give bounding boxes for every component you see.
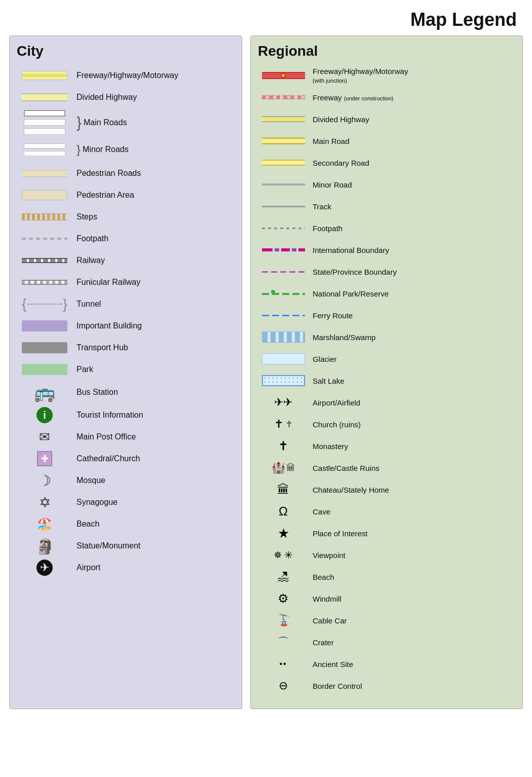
list-item: ⚙ Windmill bbox=[258, 589, 515, 608]
reg-marsh-label: Marshland/Swamp bbox=[309, 333, 515, 342]
reg-ferry-label: Ferry Route bbox=[309, 311, 515, 320]
list-item: 🚌 Bus Station bbox=[17, 382, 235, 402]
list-item: Footpath bbox=[17, 230, 235, 248]
reg-glacier-icon bbox=[258, 353, 309, 364]
list-item: 🗿 Statue/Monument bbox=[17, 537, 235, 555]
funicular-icon bbox=[17, 280, 72, 285]
reg-windmill-label: Windmill bbox=[309, 595, 515, 603]
list-item: National Park/Reserve bbox=[258, 284, 515, 303]
reg-minor-label: Minor Road bbox=[309, 180, 515, 189]
reg-freeway-label: Freeway/Highway/Motorway(with junction) bbox=[309, 67, 515, 84]
list-item: }Minor Roads bbox=[17, 138, 235, 161]
reg-church-label: Church (ruins) bbox=[309, 420, 515, 429]
synagogue-icon: ✡ bbox=[17, 494, 72, 511]
list-item: State/Province Boundary bbox=[258, 263, 515, 281]
statue-label: Statue/Monument bbox=[72, 541, 235, 550]
freeway-icon bbox=[17, 71, 72, 80]
reg-castle-label: Castle/Castle Ruins bbox=[309, 464, 515, 472]
list-item: ✵✳ Viewpoint bbox=[258, 546, 515, 564]
regional-title: Regional bbox=[258, 43, 515, 59]
reg-crater-label: Crater bbox=[309, 638, 515, 647]
list-item: Tunnel bbox=[17, 295, 235, 313]
list-item: Freeway (under construction) bbox=[258, 88, 515, 106]
list-item: Park bbox=[17, 360, 235, 379]
list-item: ⊖ Border Control bbox=[258, 677, 515, 695]
list-item: Salt Lake bbox=[258, 372, 515, 390]
reg-main-road-icon bbox=[258, 137, 309, 144]
list-item: Pedestrian Area bbox=[17, 186, 235, 204]
airport-icon: ✈ bbox=[17, 560, 72, 576]
reg-marsh-icon bbox=[258, 331, 309, 343]
reg-intl-icon bbox=[258, 248, 309, 251]
list-item: Divided Highway bbox=[258, 110, 515, 128]
post-office-label: Main Post Office bbox=[72, 432, 235, 441]
reg-natl-icon bbox=[258, 289, 309, 298]
freeway-label: Freeway/Highway/Motorway bbox=[72, 71, 235, 80]
list-item: ✈ Airport bbox=[17, 559, 235, 577]
regional-column: Regional Freeway/Highway/Motorway(with j… bbox=[250, 35, 523, 709]
list-item: 🏖️ Beach bbox=[17, 515, 235, 533]
reg-cave-icon: Ω bbox=[258, 504, 309, 519]
reg-viewpoint-label: Viewpoint bbox=[309, 551, 515, 560]
post-office-icon: ✉ bbox=[17, 429, 72, 445]
transport-hub-label: Transport Hub bbox=[72, 343, 235, 352]
tunnel-icon bbox=[17, 299, 72, 310]
reg-glacier-label: Glacier bbox=[309, 355, 515, 363]
reg-state-icon bbox=[258, 271, 309, 273]
list-item: 🏰🏛 Castle/Castle Ruins bbox=[258, 459, 515, 477]
reg-border-label: Border Control bbox=[309, 682, 515, 690]
footpath-icon bbox=[17, 238, 72, 240]
reg-monastery-icon: ✝ bbox=[258, 439, 309, 453]
reg-ferry-icon bbox=[258, 315, 309, 316]
reg-crater-icon: ⌒ bbox=[258, 635, 309, 650]
list-item: ✡ Synagogue bbox=[17, 493, 235, 511]
list-item: ✚ Cathedral/Church bbox=[17, 450, 235, 468]
reg-secondary-label: Secondary Road bbox=[309, 159, 515, 167]
reg-ancient-icon: •• bbox=[258, 659, 309, 669]
list-item: }Main Roads bbox=[17, 110, 235, 135]
reg-track-label: Track bbox=[309, 202, 515, 211]
reg-ancient-label: Ancient Site bbox=[309, 660, 515, 669]
reg-natl-label: National Park/Reserve bbox=[309, 289, 515, 298]
funicular-label: Funicular Railway bbox=[72, 278, 235, 287]
list-item: Freeway/Highway/Motorway bbox=[17, 66, 235, 85]
reg-church-icon: ✝✝ bbox=[258, 418, 309, 431]
reg-poi-icon: ★ bbox=[258, 526, 309, 541]
list-item: ✉ Main Post Office bbox=[17, 428, 235, 446]
city-title: City bbox=[17, 43, 235, 59]
city-column: City Freeway/Highway/Motorway Divided Hi… bbox=[9, 35, 242, 709]
columns-wrapper: City Freeway/Highway/Motorway Divided Hi… bbox=[0, 35, 532, 719]
reg-airport-label: Airport/Airfield bbox=[309, 398, 515, 407]
list-item: ✝✝ Church (ruins) bbox=[258, 415, 515, 433]
bus-station-label: Bus Station bbox=[72, 388, 235, 397]
main-roads-label: }Main Roads bbox=[72, 114, 235, 131]
list-item: Secondary Road bbox=[258, 154, 515, 172]
reg-chateau-icon: 🏛 bbox=[258, 483, 309, 497]
list-item: ☽ Mosque bbox=[17, 471, 235, 490]
mosque-label: Mosque bbox=[72, 476, 235, 485]
reg-cave-label: Cave bbox=[309, 507, 515, 516]
list-item: Divided Highway bbox=[17, 88, 235, 106]
tourist-info-icon: i bbox=[17, 407, 72, 423]
reg-cablecar-label: Cable Car bbox=[309, 616, 515, 625]
reg-main-road-label: Main Road bbox=[309, 137, 515, 145]
bus-station-icon: 🚌 bbox=[17, 382, 72, 402]
list-item: Marshland/Swamp bbox=[258, 328, 515, 346]
list-item: Footpath bbox=[258, 219, 515, 237]
reg-chateau-label: Chateau/Stately Home bbox=[309, 486, 515, 494]
list-item: Pedestrian Roads bbox=[17, 164, 235, 182]
beach-icon: 🏖️ bbox=[17, 517, 72, 531]
church-icon: ✚ bbox=[17, 451, 72, 466]
list-item: Glacier bbox=[258, 350, 515, 368]
footpath-label: Footpath bbox=[72, 234, 235, 243]
list-item: Important Building bbox=[17, 317, 235, 335]
pedestrian-roads-label: Pedestrian Roads bbox=[72, 169, 235, 178]
airport-label: Airport bbox=[72, 563, 235, 572]
reg-divided-label: Divided Highway bbox=[309, 115, 515, 124]
reg-beach-label: Beach bbox=[309, 573, 515, 581]
list-item: Funicular Railway bbox=[17, 273, 235, 291]
list-item: Steps bbox=[17, 208, 235, 226]
reg-castle-icon: 🏰🏛 bbox=[258, 461, 309, 474]
mosque-icon: ☽ bbox=[17, 472, 72, 489]
synagogue-label: Synagogue bbox=[72, 498, 235, 507]
